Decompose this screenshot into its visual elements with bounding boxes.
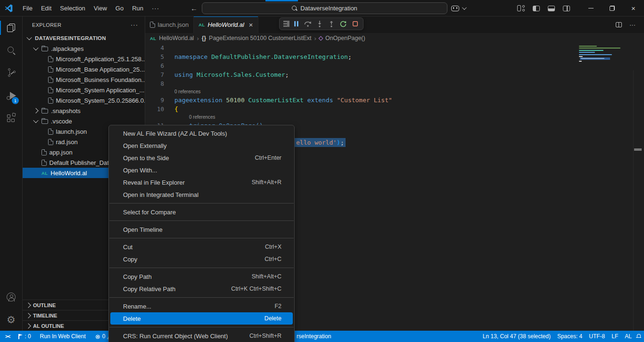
file-icon — [48, 139, 53, 145]
eol-setting[interactable]: LF — [608, 331, 621, 342]
tree-root-folder[interactable]: DATAVERSEINTEGRATION — [23, 33, 145, 43]
menu-item-rename-[interactable]: Rename...F2 — [110, 300, 293, 312]
notifications-bell-icon[interactable] — [636, 334, 641, 339]
code-line-5: 5namespace DefaultPublisher.DataverseInt… — [145, 52, 644, 61]
menu-item-reveal-in-file-explorer[interactable]: Reveal in File ExplorerShift+Alt+R — [110, 176, 293, 188]
codelens-references[interactable]: 0 references — [145, 88, 644, 96]
activity-bar: 1 ⚙ — [0, 16, 23, 331]
code-line-10: 10{ — [145, 105, 644, 114]
account-button[interactable] — [0, 285, 22, 308]
tree-item-microsoft-base-application-25-[interactable]: Microsoft_Base Application_25.... — [23, 64, 145, 74]
menubar: FileEditSelectionViewGoRun — [18, 0, 148, 16]
menu-file[interactable]: File — [18, 0, 37, 16]
restore-button[interactable] — [602, 0, 623, 16]
settings-button[interactable]: ⚙ — [0, 308, 22, 331]
search-box[interactable]: DataverseIntegration — [202, 2, 447, 14]
encoding-setting[interactable]: UTF-8 — [586, 331, 608, 342]
editor-more-button[interactable]: ··· — [629, 21, 636, 28]
menu-item-open-in-integrated-terminal[interactable]: Open in Integrated Terminal — [110, 188, 293, 201]
code-text — [164, 79, 174, 88]
minimize-button[interactable] — [580, 0, 602, 16]
run-in-web-client-button[interactable]: Run In Web Client — [34, 331, 89, 342]
tab-launch-json[interactable]: launch.json — [145, 16, 194, 33]
source-control-button[interactable] — [0, 62, 22, 84]
menu-item-label: Copy Path — [123, 273, 152, 280]
minimap[interactable] — [579, 46, 635, 107]
split-editor-icon[interactable] — [616, 22, 622, 27]
step-into-button[interactable] — [315, 19, 324, 29]
breadcrumb-object[interactable]: PageExtension 50100 CustomerListExt — [209, 35, 312, 41]
code-text: pageextension 50100 CustomerListExt exte… — [164, 96, 392, 105]
tree-item-label: .snapshots — [51, 107, 81, 114]
copilot-icon[interactable] — [451, 6, 459, 11]
menu-item-open-to-the-side[interactable]: Open to the SideCtrl+Enter — [110, 152, 293, 164]
menu-item-shortcut: Ctrl+K Ctrl+Shift+C — [231, 285, 281, 292]
menu-item-cut[interactable]: CutCtrl+X — [110, 241, 293, 253]
project-name-fragment[interactable]: rseIntegration — [297, 331, 331, 342]
code-text — [164, 43, 174, 52]
stop-button[interactable] — [351, 19, 359, 29]
menu-item-copy[interactable]: CopyCtrl+C — [110, 253, 293, 265]
breadcrumb-file[interactable]: HelloWorld.al — [159, 35, 194, 41]
copilot-chevron-icon[interactable] — [462, 5, 467, 10]
language-mode[interactable]: AL — [621, 331, 635, 342]
launch-config-indicator[interactable]: : 0 — [15, 331, 34, 342]
tree-item--alpackages[interactable]: .alpackages — [23, 43, 145, 54]
search-activity-icon — [7, 46, 16, 55]
codelens-references[interactable]: 0 references — [145, 114, 644, 121]
menu-item-open-with-[interactable]: Open With... — [110, 164, 293, 176]
extensions-button[interactable] — [0, 107, 22, 130]
menu-item-open-timeline[interactable]: Open Timeline — [110, 223, 293, 236]
menu-edit[interactable]: Edit — [37, 0, 56, 16]
customize-layout-icon[interactable] — [517, 5, 525, 11]
toggle-panel-icon[interactable] — [548, 6, 555, 11]
indentation-setting[interactable]: Spaces: 4 — [554, 331, 586, 342]
tree-item-microsoft-system-25-0-25866-0-[interactable]: Microsoft_System_25.0.25866.0.... — [23, 95, 145, 106]
chevron-right-icon — [25, 323, 31, 328]
file-icon — [41, 149, 47, 155]
menu-go[interactable]: Go — [111, 0, 128, 16]
tab-helloworld-al[interactable]: AL HelloWorld.al × — [194, 16, 258, 33]
menu-item-delete[interactable]: DeleteDelete — [110, 312, 293, 325]
cursor-position[interactable]: Ln 13, Col 47 (38 selected) — [479, 331, 554, 342]
tree-item-label: rad.json — [56, 138, 78, 146]
search-icon — [292, 6, 297, 11]
search-activity-button[interactable] — [0, 39, 22, 62]
menu-item-open-externally[interactable]: Open Externally — [110, 139, 293, 152]
close-tab-icon[interactable]: × — [249, 21, 253, 28]
menu-separator — [109, 268, 294, 268]
tree-item-microsoft-system-application-[interactable]: Microsoft_System Application_... — [23, 85, 145, 95]
remote-indicator[interactable]: >< — [0, 331, 15, 342]
drag-handle-icon[interactable] — [283, 21, 287, 27]
toggle-secondary-sidebar-icon[interactable] — [563, 6, 570, 11]
menu-item-copy-path[interactable]: Copy PathShift+Alt+C — [110, 270, 293, 283]
tree-item--snapshots[interactable]: .snapshots — [23, 106, 145, 116]
status-bar: >< : 0 Run In Web Client ⊗ 0 △ rseIntegr… — [0, 331, 644, 342]
section-label: OUTLINE — [33, 302, 56, 308]
explorer-activity-button[interactable] — [0, 16, 22, 39]
scrollbar[interactable] — [633, 70, 634, 331]
back-button[interactable]: ← — [185, 4, 203, 12]
toggle-sidebar-icon[interactable] — [533, 6, 540, 11]
restart-button[interactable] — [339, 19, 347, 29]
menubar-more-button[interactable]: ··· — [148, 5, 164, 12]
tree-item-microsoft-application-25-1-258-[interactable]: Microsoft_Application_25.1.258... — [23, 54, 145, 64]
file-icon — [48, 56, 53, 62]
menu-view[interactable]: View — [90, 0, 111, 16]
breadcrumb-method[interactable]: OnOpenPage() — [325, 35, 365, 41]
menu-item-shortcut: Ctrl+Shift+R — [249, 333, 281, 339]
step-over-button[interactable] — [304, 19, 312, 29]
menu-selection[interactable]: Selection — [56, 0, 89, 16]
menu-item-new-al-file-wizard-az-al-dev-tools-[interactable]: New AL File Wizard (AZ AL Dev Tools) — [110, 127, 293, 139]
chevron-right-icon — [25, 302, 31, 308]
close-window-button[interactable]: × — [623, 0, 644, 16]
step-out-button[interactable] — [327, 19, 336, 29]
pause-button[interactable] — [292, 19, 300, 29]
menu-item-crs-run-current-object-web-client-[interactable]: CRS: Run Current Object (Web Client)Ctrl… — [110, 330, 293, 342]
run-debug-button[interactable]: 1 — [0, 84, 22, 107]
explorer-more-button[interactable]: ··· — [131, 21, 138, 28]
menu-item-copy-relative-path[interactable]: Copy Relative PathCtrl+K Ctrl+Shift+C — [110, 283, 293, 295]
tree-item-microsoft-business-foundation-[interactable]: Microsoft_Business Foundation... — [23, 74, 145, 85]
menu-item-select-for-compare[interactable]: Select for Compare — [110, 206, 293, 218]
menu-run[interactable]: Run — [128, 0, 148, 16]
